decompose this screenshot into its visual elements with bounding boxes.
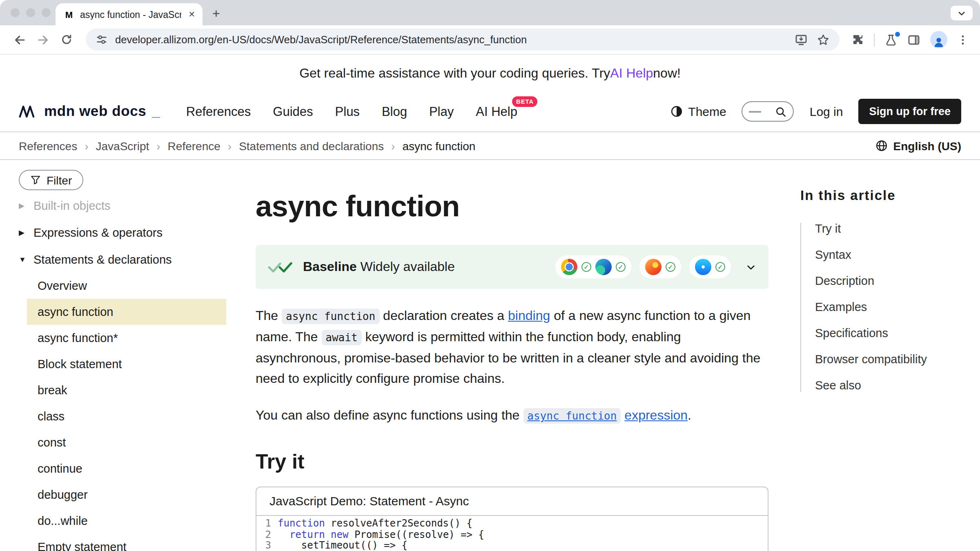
sidebar-item[interactable]: continue (27, 455, 226, 482)
sidebar-item[interactable]: Block statement (27, 351, 226, 377)
demo-editor[interactable]: 123456 function resolveAfter2Seconds() {… (256, 516, 768, 551)
language-switcher[interactable]: English (US) (875, 139, 961, 152)
browser-tab[interactable]: M async function - JavaScript | ✕ (56, 3, 203, 25)
toc-item[interactable]: See also (815, 380, 980, 392)
sidebar-item[interactable]: class (27, 403, 226, 429)
code-link[interactable]: async function (523, 408, 621, 424)
toc-item[interactable]: Try it (815, 223, 980, 235)
nav-item-play[interactable]: Play (429, 104, 454, 119)
browser-pill[interactable]: ✓✓ (555, 256, 631, 278)
url-bar[interactable]: developer.allizom.org/en-US/docs/Web/Jav… (86, 29, 840, 51)
tab-search-chevron-icon[interactable] (951, 6, 973, 20)
toc-item[interactable]: Syntax (815, 249, 980, 261)
tab-close-icon[interactable]: ✕ (187, 10, 197, 19)
theme-switcher[interactable]: Theme (670, 104, 726, 118)
breadcrumb-item[interactable]: JavaScript (96, 139, 149, 152)
browser-pill[interactable]: ✓ (639, 256, 681, 278)
sidebar-item[interactable]: do...while (27, 508, 226, 534)
sidebar-item[interactable]: async function (27, 299, 226, 325)
promo-text-before: Get real-time assistance with your codin… (299, 66, 610, 80)
install-icon[interactable] (795, 33, 808, 46)
page-content: Filter ▶Built-in objects▶Expressions & o… (0, 160, 980, 551)
toc-link[interactable]: See also (815, 379, 861, 392)
extensions-puzzle-icon[interactable] (851, 33, 864, 46)
profile-avatar[interactable] (930, 31, 947, 48)
signup-button[interactable]: Sign up for free (858, 99, 961, 124)
breadcrumb-separator-icon: › (391, 139, 395, 152)
language-label: English (US) (893, 139, 961, 152)
sidebar-item[interactable]: const (27, 429, 226, 455)
breadcrumb-item[interactable]: async function (402, 139, 475, 152)
browser-pill[interactable]: ✓ (689, 256, 731, 278)
new-tab-button[interactable]: + (212, 7, 220, 20)
sidebar-item-label: async function (38, 305, 113, 318)
expand-icon[interactable]: ▶ (19, 201, 27, 209)
filter-funnel-icon (30, 175, 41, 185)
nav-item-plus[interactable]: Plus (335, 104, 360, 119)
header-actions: Theme Log in Sign up for free (670, 99, 961, 124)
nav-item-references[interactable]: References (186, 104, 251, 119)
code-line: return new Promise((resolve) => { (278, 529, 768, 540)
nav-item-guides[interactable]: Guides (273, 104, 313, 119)
sidebar-item[interactable]: ▶Expressions & operators (19, 219, 237, 246)
toc-item[interactable]: Description (815, 275, 980, 287)
login-link[interactable]: Log in (810, 104, 843, 118)
search-icon[interactable] (775, 106, 787, 117)
browser-menu-kebab-icon[interactable] (957, 34, 969, 45)
sidebar-item[interactable]: debugger (27, 482, 226, 508)
close-window-icon[interactable] (11, 8, 20, 17)
toc-link[interactable]: Try it (815, 222, 841, 235)
line-number: 1 (256, 518, 271, 529)
toc-item[interactable]: Specifications (815, 327, 980, 340)
baseline-chevron-down-icon[interactable] (746, 262, 756, 272)
labs-beaker-icon[interactable] (884, 33, 898, 46)
breadcrumb-separator-icon: › (85, 139, 88, 152)
sidebar-item-label: Block statement (38, 358, 122, 371)
reload-icon[interactable] (56, 29, 78, 51)
toc-link[interactable]: Specifications (815, 327, 888, 340)
second-paragraph: You can also define async functions usin… (256, 405, 768, 426)
sidebar-item[interactable]: Overview (27, 273, 226, 299)
code-token: new (331, 529, 348, 540)
collapse-icon[interactable]: ▼ (19, 255, 27, 263)
site-search-input[interactable] (742, 101, 794, 122)
back-icon[interactable] (8, 29, 30, 51)
toc-link[interactable]: Syntax (815, 248, 851, 261)
sidebar-filter-button[interactable]: Filter (19, 170, 83, 190)
promo-text-after: now! (653, 66, 681, 80)
breadcrumb-item[interactable]: Statements and declarations (239, 139, 384, 152)
toc-item[interactable]: Examples (815, 301, 980, 313)
toc-link[interactable]: Examples (815, 300, 867, 313)
sidebar-item[interactable]: break (27, 377, 226, 403)
breadcrumb: References›JavaScript›Reference›Statemen… (19, 139, 475, 152)
ai-help-promo-link[interactable]: AI Help (610, 66, 653, 80)
sidebar-item[interactable]: ▼Statements & declarations (19, 246, 237, 273)
toc-item[interactable]: Browser compatibility (815, 353, 980, 366)
support-check-icon: ✓ (715, 262, 725, 272)
nav-item-blog[interactable]: Blog (382, 104, 407, 119)
demo-codecol[interactable]: function resolveAfter2Seconds() { return… (278, 518, 768, 551)
window-controls (11, 8, 51, 17)
side-panel-icon[interactable] (907, 33, 920, 46)
toc-link[interactable]: Description (815, 274, 874, 287)
mdn-logo[interactable]: mdn web docs_ (19, 103, 160, 120)
sidebar-item[interactable]: async function* (27, 325, 226, 351)
bookmark-star-icon[interactable] (817, 33, 830, 46)
tryit-heading: Try it (256, 449, 768, 473)
nav-item-ai-help[interactable]: AI HelpBETA (476, 104, 517, 119)
browser-toolbar: developer.allizom.org/en-US/docs/Web/Jav… (0, 25, 980, 55)
sidebar-item[interactable]: ▶Built-in objects (19, 192, 237, 219)
forward-icon[interactable] (32, 29, 54, 51)
minimize-window-icon[interactable] (26, 8, 35, 17)
breadcrumb-item[interactable]: References (19, 139, 77, 152)
expand-icon[interactable]: ▶ (19, 228, 27, 236)
toc-link[interactable]: Browser compatibility (815, 353, 927, 366)
url-text[interactable]: developer.allizom.org/en-US/docs/Web/Jav… (115, 33, 787, 46)
text-link[interactable]: binding (508, 309, 550, 322)
text-link[interactable]: expression (624, 408, 688, 422)
site-settings-icon[interactable] (96, 33, 108, 46)
breadcrumb-item[interactable]: Reference (168, 139, 220, 152)
zoom-window-icon[interactable] (42, 8, 51, 17)
sidebar-item[interactable]: Empty statement (27, 534, 226, 551)
ai-help-promo-banner: Get real-time assistance with your codin… (0, 55, 980, 91)
